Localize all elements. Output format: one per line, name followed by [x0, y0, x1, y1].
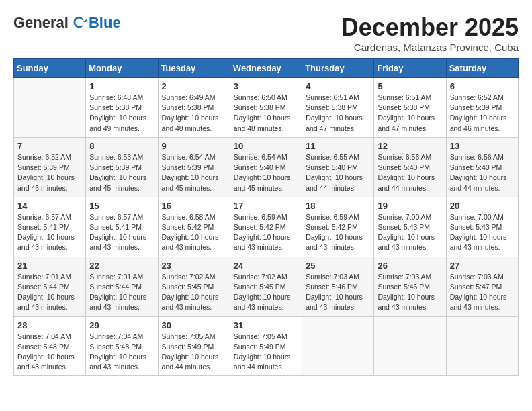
calendar-cell: 21Sunrise: 7:01 AM Sunset: 5:44 PM Dayli…: [14, 257, 86, 316]
calendar-cell: 25Sunrise: 7:03 AM Sunset: 5:46 PM Dayli…: [302, 257, 374, 316]
calendar-week-3: 14Sunrise: 6:57 AM Sunset: 5:41 PM Dayli…: [14, 197, 519, 257]
day-info: Sunrise: 6:52 AM Sunset: 5:39 PM Dayligh…: [450, 93, 515, 134]
calendar-cell: 28Sunrise: 7:04 AM Sunset: 5:48 PM Dayli…: [14, 316, 86, 376]
day-number: 12: [378, 141, 442, 151]
day-info: Sunrise: 6:59 AM Sunset: 5:42 PM Dayligh…: [234, 212, 298, 253]
day-number: 20: [450, 201, 515, 211]
header-day-thursday: Thursday: [302, 59, 374, 78]
calendar-cell: 7Sunrise: 6:52 AM Sunset: 5:39 PM Daylig…: [14, 137, 86, 197]
calendar-week-5: 28Sunrise: 7:04 AM Sunset: 5:48 PM Dayli…: [14, 316, 519, 376]
day-info: Sunrise: 7:00 AM Sunset: 5:43 PM Dayligh…: [450, 212, 515, 253]
day-info: Sunrise: 6:53 AM Sunset: 5:39 PM Dayligh…: [89, 152, 154, 193]
day-info: Sunrise: 7:02 AM Sunset: 5:45 PM Dayligh…: [234, 272, 298, 313]
day-number: 30: [162, 320, 226, 330]
header-day-saturday: Saturday: [446, 59, 518, 78]
day-info: Sunrise: 7:03 AM Sunset: 5:46 PM Dayligh…: [378, 272, 442, 313]
day-info: Sunrise: 6:57 AM Sunset: 5:41 PM Dayligh…: [17, 212, 82, 253]
header-day-sunday: Sunday: [14, 59, 86, 78]
calendar-cell: 30Sunrise: 7:05 AM Sunset: 5:49 PM Dayli…: [158, 316, 230, 376]
day-info: Sunrise: 6:52 AM Sunset: 5:39 PM Dayligh…: [17, 152, 82, 193]
day-info: Sunrise: 6:49 AM Sunset: 5:38 PM Dayligh…: [162, 93, 226, 134]
day-number: 31: [234, 320, 298, 330]
day-info: Sunrise: 6:55 AM Sunset: 5:40 PM Dayligh…: [306, 152, 370, 193]
calendar-cell: 20Sunrise: 7:00 AM Sunset: 5:43 PM Dayli…: [446, 197, 518, 257]
day-info: Sunrise: 7:03 AM Sunset: 5:46 PM Dayligh…: [306, 272, 370, 313]
calendar-cell: 15Sunrise: 6:57 AM Sunset: 5:41 PM Dayli…: [86, 197, 158, 257]
calendar-cell: 1Sunrise: 6:48 AM Sunset: 5:38 PM Daylig…: [86, 78, 158, 138]
header-row: SundayMondayTuesdayWednesdayThursdayFrid…: [14, 59, 519, 78]
calendar-cell: 12Sunrise: 6:56 AM Sunset: 5:40 PM Dayli…: [374, 137, 446, 197]
calendar-cell: 3Sunrise: 6:50 AM Sunset: 5:38 PM Daylig…: [230, 78, 302, 138]
day-number: 16: [162, 201, 226, 211]
day-number: 3: [234, 81, 298, 91]
day-info: Sunrise: 7:01 AM Sunset: 5:44 PM Dayligh…: [17, 272, 82, 313]
day-number: 13: [450, 141, 515, 151]
calendar-cell: 19Sunrise: 7:00 AM Sunset: 5:43 PM Dayli…: [374, 197, 446, 257]
day-info: Sunrise: 6:59 AM Sunset: 5:42 PM Dayligh…: [306, 212, 370, 253]
calendar-cell: 6Sunrise: 6:52 AM Sunset: 5:39 PM Daylig…: [446, 78, 518, 138]
day-info: Sunrise: 7:04 AM Sunset: 5:48 PM Dayligh…: [89, 332, 154, 373]
day-info: Sunrise: 7:05 AM Sunset: 5:49 PM Dayligh…: [162, 332, 226, 373]
day-number: 7: [17, 141, 82, 151]
day-info: Sunrise: 6:51 AM Sunset: 5:38 PM Dayligh…: [306, 93, 370, 134]
day-number: 14: [17, 201, 82, 211]
calendar-cell: 23Sunrise: 7:02 AM Sunset: 5:45 PM Dayli…: [158, 257, 230, 316]
day-number: 2: [162, 81, 226, 91]
calendar-cell: 17Sunrise: 6:59 AM Sunset: 5:42 PM Dayli…: [230, 197, 302, 257]
calendar-cell: 11Sunrise: 6:55 AM Sunset: 5:40 PM Dayli…: [302, 137, 374, 197]
day-info: Sunrise: 6:54 AM Sunset: 5:40 PM Dayligh…: [234, 152, 298, 193]
header-day-tuesday: Tuesday: [158, 59, 230, 78]
day-info: Sunrise: 7:04 AM Sunset: 5:48 PM Dayligh…: [17, 332, 82, 373]
day-number: 24: [234, 261, 298, 271]
day-number: 18: [306, 201, 370, 211]
calendar-cell: 2Sunrise: 6:49 AM Sunset: 5:38 PM Daylig…: [158, 78, 230, 138]
calendar-cell: [446, 316, 518, 376]
calendar-subtitle: Cardenas, Matanzas Province, Cuba: [341, 42, 519, 53]
day-info: Sunrise: 7:03 AM Sunset: 5:47 PM Dayligh…: [450, 272, 515, 313]
day-number: 5: [378, 81, 442, 91]
calendar-week-2: 7Sunrise: 6:52 AM Sunset: 5:39 PM Daylig…: [14, 137, 519, 197]
day-info: Sunrise: 7:05 AM Sunset: 5:49 PM Dayligh…: [234, 332, 298, 373]
header-day-wednesday: Wednesday: [230, 59, 302, 78]
day-number: 10: [234, 141, 298, 151]
day-number: 8: [89, 141, 154, 151]
day-info: Sunrise: 6:57 AM Sunset: 5:41 PM Dayligh…: [89, 212, 154, 253]
day-info: Sunrise: 6:54 AM Sunset: 5:39 PM Dayligh…: [162, 152, 226, 193]
logo: General Blue: [13, 13, 121, 32]
day-number: 19: [378, 201, 442, 211]
day-number: 15: [89, 201, 154, 211]
calendar-week-1: 1Sunrise: 6:48 AM Sunset: 5:38 PM Daylig…: [14, 78, 519, 138]
calendar-cell: 31Sunrise: 7:05 AM Sunset: 5:49 PM Dayli…: [230, 316, 302, 376]
day-number: 25: [306, 261, 370, 271]
calendar-cell: [374, 316, 446, 376]
day-number: 17: [234, 201, 298, 211]
day-info: Sunrise: 6:50 AM Sunset: 5:38 PM Dayligh…: [234, 93, 298, 134]
day-number: 28: [17, 320, 82, 330]
header-day-monday: Monday: [86, 59, 158, 78]
day-number: 9: [162, 141, 226, 151]
day-number: 27: [450, 261, 515, 271]
calendar-cell: 16Sunrise: 6:58 AM Sunset: 5:42 PM Dayli…: [158, 197, 230, 257]
calendar-cell: 26Sunrise: 7:03 AM Sunset: 5:46 PM Dayli…: [374, 257, 446, 316]
logo-blue: Blue: [89, 14, 121, 32]
calendar-cell: 4Sunrise: 6:51 AM Sunset: 5:38 PM Daylig…: [302, 78, 374, 138]
day-info: Sunrise: 7:02 AM Sunset: 5:45 PM Dayligh…: [162, 272, 226, 313]
day-number: 1: [89, 81, 154, 91]
calendar-cell: [14, 78, 86, 138]
calendar-cell: 22Sunrise: 7:01 AM Sunset: 5:44 PM Dayli…: [86, 257, 158, 316]
calendar-cell: 5Sunrise: 6:51 AM Sunset: 5:38 PM Daylig…: [374, 78, 446, 138]
header-day-friday: Friday: [374, 59, 446, 78]
day-info: Sunrise: 7:00 AM Sunset: 5:43 PM Dayligh…: [378, 212, 442, 253]
logo-general: General: [13, 14, 69, 32]
calendar-cell: 18Sunrise: 6:59 AM Sunset: 5:42 PM Dayli…: [302, 197, 374, 257]
day-number: 6: [450, 81, 515, 91]
calendar-cell: 8Sunrise: 6:53 AM Sunset: 5:39 PM Daylig…: [86, 137, 158, 197]
day-info: Sunrise: 6:48 AM Sunset: 5:38 PM Dayligh…: [89, 93, 154, 134]
calendar-cell: 10Sunrise: 6:54 AM Sunset: 5:40 PM Dayli…: [230, 137, 302, 197]
calendar-cell: 29Sunrise: 7:04 AM Sunset: 5:48 PM Dayli…: [86, 316, 158, 376]
calendar-cell: 24Sunrise: 7:02 AM Sunset: 5:45 PM Dayli…: [230, 257, 302, 316]
calendar-title: December 2025: [341, 13, 519, 42]
calendar-cell: [302, 316, 374, 376]
calendar-cell: 14Sunrise: 6:57 AM Sunset: 5:41 PM Dayli…: [14, 197, 86, 257]
calendar-cell: 13Sunrise: 6:56 AM Sunset: 5:40 PM Dayli…: [446, 137, 518, 197]
